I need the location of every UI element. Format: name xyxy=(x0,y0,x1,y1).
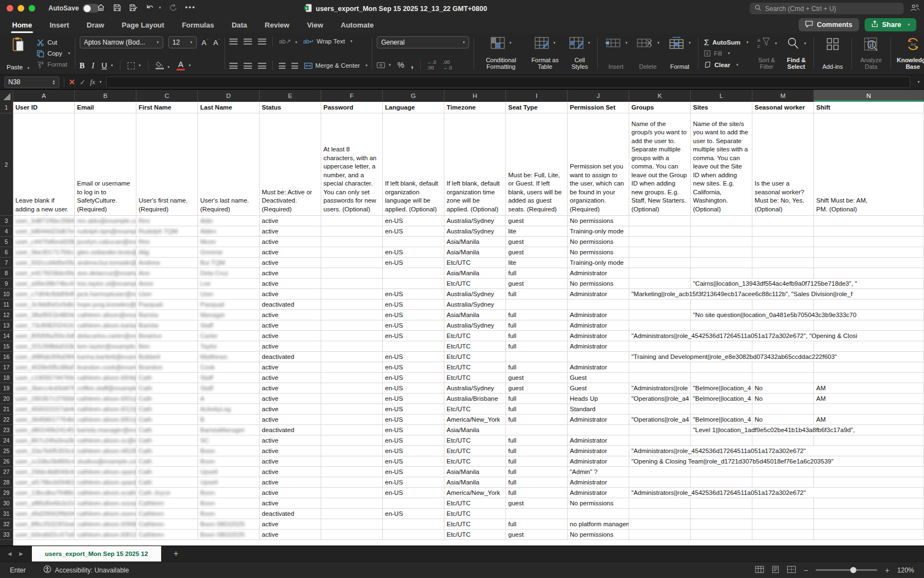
analyze-data-button[interactable]: Analyze Data xyxy=(856,36,886,70)
cell-A23[interactable]: user_d80249b2414f1ce6a9d05738 xyxy=(13,425,75,435)
cell-N1[interactable]: Shift xyxy=(814,102,924,113)
cell-D31[interactable]: Boon xyxy=(198,509,260,519)
fill-color-button[interactable]: ▾ xyxy=(156,62,170,69)
cell-F1[interactable]: Password xyxy=(321,102,383,113)
row-header-32[interactable]: 32 xyxy=(0,519,13,530)
increase-indent-icon[interactable] xyxy=(292,63,298,69)
cell-A28[interactable]: user_af178bcb09463c1ed8a54027 xyxy=(13,477,75,488)
cell-F22[interactable] xyxy=(321,415,383,425)
cell-A27[interactable]: user_25fdc4b8049cfe1a63d20b57 xyxy=(13,467,75,477)
cell-F17[interactable] xyxy=(321,362,383,373)
cell-B11[interactable]: hope.jung.knowles@example.com xyxy=(75,299,136,310)
cell-F12[interactable] xyxy=(321,310,383,320)
cell-A31[interactable]: user_d5d29562f6b04ce18a37c90d xyxy=(13,509,75,519)
cell-K31[interactable] xyxy=(629,509,691,519)
cell-G4[interactable]: en-US xyxy=(383,226,444,237)
cell-C26[interactable]: Cath xyxy=(136,456,198,467)
cell-G22[interactable]: en-US xyxy=(383,415,444,425)
row-header-3[interactable]: 3 xyxy=(0,216,13,226)
row-header-30[interactable]: 30 xyxy=(0,498,13,509)
cell-B13[interactable]: cathleen.alison.karla@example.com xyxy=(75,320,136,331)
page-break-preview-icon[interactable] xyxy=(787,566,796,575)
cancel-entry-icon[interactable]: ✕ xyxy=(69,78,75,86)
cell-H5[interactable]: Asia/Manila xyxy=(444,237,506,247)
cell-M4[interactable] xyxy=(752,226,814,237)
people-icon[interactable] xyxy=(910,4,920,14)
font-name-select[interactable]: Aptos Narrow (Bod...▾ xyxy=(80,36,163,48)
cell-L22[interactable]: "Belmore||location_4 xyxy=(691,415,752,425)
column-header-H[interactable]: H xyxy=(444,90,506,102)
cell-A17[interactable]: user_4028e5f5c88af1d30b62c749 xyxy=(13,362,75,373)
cell-J16[interactable] xyxy=(568,352,629,362)
cell-B3[interactable]: rex.aldo@example.com xyxy=(75,216,136,226)
orientation-button[interactable]: ab↗ ▾ xyxy=(279,38,297,45)
name-box[interactable]: N38 ▲▼ xyxy=(4,77,59,88)
cell-C12[interactable]: Barista xyxy=(136,310,198,320)
cell-E29[interactable]: active xyxy=(260,488,321,498)
cell-B14[interactable]: delacarlos.carter@example.com xyxy=(75,331,136,341)
cell-E19[interactable]: active xyxy=(260,383,321,394)
cell-E1[interactable]: Status xyxy=(260,102,321,113)
cell-J21[interactable]: Standard xyxy=(568,404,629,415)
cell-N2[interactable]: Shift Must be: AM, PM. (Optional) xyxy=(814,113,924,216)
cell-C31[interactable]: Cathleen xyxy=(136,509,198,519)
cell-K11[interactable] xyxy=(629,299,691,310)
cell-B24[interactable]: cathleen.alison.sc@example.com xyxy=(75,435,136,446)
cell-K26[interactable]: "Opening & Closing Team||role_d1721d307b… xyxy=(629,456,924,467)
row-header-23[interactable]: 23 xyxy=(0,425,13,435)
row-header-24[interactable]: 24 xyxy=(0,435,13,446)
cell-E32[interactable]: active xyxy=(260,519,321,530)
cell-D21[interactable]: ActivityLog xyxy=(198,404,260,415)
cell-M17[interactable] xyxy=(752,362,814,373)
row-header-27[interactable]: 27 xyxy=(0,467,13,477)
cell-C33[interactable]: Cathleen xyxy=(136,530,198,540)
cell-L21[interactable] xyxy=(691,404,752,415)
cell-J19[interactable]: Guest xyxy=(568,383,629,394)
cell-M20[interactable]: No xyxy=(752,394,814,404)
cell-N11[interactable] xyxy=(814,299,924,310)
cell-N13[interactable] xyxy=(814,320,924,331)
ribbon-tab-page-layout[interactable]: Page Layout xyxy=(120,18,165,32)
next-sheet-icon[interactable]: ▶ xyxy=(19,551,23,557)
cell-C13[interactable]: Barista xyxy=(136,320,198,331)
row-header-7[interactable]: 7 xyxy=(0,258,13,268)
cell-C21[interactable]: Cath xyxy=(136,404,198,415)
cell-C14[interactable]: Beatrice xyxy=(136,331,198,341)
cell-J17[interactable]: Administrator xyxy=(568,362,629,373)
cell-L17[interactable] xyxy=(691,362,752,373)
cell-M32[interactable] xyxy=(752,519,814,530)
cell-I23[interactable] xyxy=(506,425,568,435)
cell-K9[interactable] xyxy=(629,279,691,289)
paste-button[interactable]: Paste ▾ xyxy=(7,36,32,70)
align-left-icon[interactable] xyxy=(229,63,238,69)
cell-F5[interactable] xyxy=(321,237,383,247)
cell-D33[interactable]: Boon 08032025 xyxy=(198,530,260,540)
cell-styles-button[interactable]: ▾ Cell Styles xyxy=(566,36,593,70)
cell-N17[interactable] xyxy=(814,362,924,373)
cell-E20[interactable]: active xyxy=(260,394,321,404)
cell-C25[interactable]: Cath xyxy=(136,446,198,456)
cell-B9[interactable]: lois.taylor.ul@example.com xyxy=(75,279,136,289)
autosum-button[interactable]: ΣAutoSum▾ xyxy=(704,37,749,47)
cell-N19[interactable]: AM xyxy=(814,383,924,394)
cell-K23[interactable] xyxy=(629,425,691,435)
insert-function-button[interactable]: fx▾ xyxy=(90,78,102,86)
cell-E15[interactable]: active xyxy=(260,341,321,352)
cell-H33[interactable]: Etc/UTC xyxy=(444,530,506,540)
cell-H25[interactable]: Etc/UTC xyxy=(444,446,506,456)
cell-J23[interactable] xyxy=(568,425,629,435)
cell-I33[interactable]: guest xyxy=(506,530,568,540)
cell-G17[interactable]: en-US xyxy=(383,362,444,373)
cell-L8[interactable] xyxy=(691,268,752,279)
cell-B1[interactable]: Email xyxy=(75,102,136,113)
cell-H16[interactable]: Etc/UTC xyxy=(444,352,506,362)
cell-G24[interactable]: en-US xyxy=(383,435,444,446)
cell-D14[interactable]: Carter xyxy=(198,331,260,341)
cell-I28[interactable]: full xyxy=(506,477,568,488)
undo-icon[interactable]: ▾ xyxy=(146,4,161,12)
cell-D18[interactable]: Staff xyxy=(198,373,260,383)
column-header-D[interactable]: D xyxy=(198,90,260,102)
cell-E7[interactable]: active xyxy=(260,258,321,268)
cell-K3[interactable] xyxy=(629,216,691,226)
cell-H17[interactable]: Etc/UTC xyxy=(444,362,506,373)
